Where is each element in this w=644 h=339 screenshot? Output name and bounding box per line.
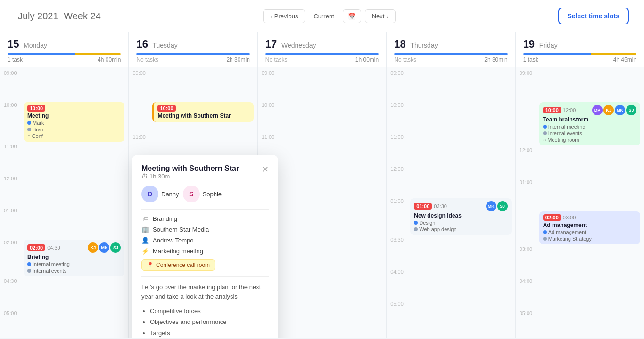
thursday-time: 2h 30min xyxy=(484,56,507,63)
monday-slot-01: 01:00 xyxy=(4,207,124,239)
time-label-11: 11:00 xyxy=(4,143,24,149)
avatar-kj: KJ xyxy=(88,242,98,253)
current-button[interactable]: Current xyxy=(309,10,339,23)
thu-time-0330: 03:30 xyxy=(390,236,410,242)
briefing-dot2 xyxy=(27,269,31,273)
time-label-10: 10:00 xyxy=(4,101,24,108)
friday-brainstorm-event[interactable]: 10:00 12:00 DP KJ MK SJ Team brainstorm xyxy=(539,102,640,145)
friday-slot-09: 09:00 xyxy=(520,69,640,101)
monday-briefing-event[interactable]: 02:00 04:30 KJ MK SJ Briefing Inter xyxy=(24,240,124,276)
fri-internal-events-label: Internal events xyxy=(548,130,582,136)
popup-attendee-danny: D Danny xyxy=(141,186,179,202)
wednesday-tasks: No tasks xyxy=(265,56,288,63)
fri-time-01: 01:00 xyxy=(520,178,539,185)
thu-dot2 xyxy=(414,227,418,231)
monday-02-content: 02:00 04:30 KJ MK SJ Briefing Inter xyxy=(24,239,124,277)
popup-attendee-sophie: S Sophie xyxy=(183,186,222,202)
tuesday-ss-title: Meeting with Southern Star xyxy=(157,113,249,119)
popup-close-button[interactable]: ✕ xyxy=(262,164,269,175)
thu-design-tag2: Web app design xyxy=(414,226,507,232)
select-time-slots-button[interactable]: Select time slots xyxy=(558,8,629,24)
popup-organizer: Andrew Tempo xyxy=(153,237,193,244)
thu-time-09: 09:00 xyxy=(390,69,410,76)
time-label-0430: 04:30 xyxy=(4,277,24,284)
thu-design-tag1: Design xyxy=(414,220,507,226)
fri-time-12: 12:00 xyxy=(520,146,539,153)
danny-name: Danny xyxy=(161,191,179,198)
friday-header: 19 Friday 1 task 4h 45min xyxy=(516,32,644,67)
tuesday-time-09: 09:00 xyxy=(132,69,152,76)
previous-button[interactable]: ‹ Previous xyxy=(263,9,305,23)
wednesday-summary: No tasks 1h 00min xyxy=(265,55,379,63)
monday-briefing-end: 04:30 xyxy=(47,245,60,250)
next-label: Next xyxy=(372,13,385,20)
chevron-left-icon: ‹ xyxy=(270,13,272,20)
next-button[interactable]: Next › xyxy=(365,9,396,23)
fri-time-10 xyxy=(520,101,539,102)
friday-number: 19 xyxy=(523,38,535,50)
tuesday-slot-09: 09:00 xyxy=(132,69,253,101)
thu-design-avatars: MK SJ xyxy=(486,201,508,211)
fri-brainstorm-badge: 10:00 xyxy=(543,107,561,113)
wednesday-slot-04: 04:00 xyxy=(262,293,382,325)
time-label-01: 01:00 xyxy=(4,207,24,213)
wednesday-slot-09: 09:00 xyxy=(262,69,382,101)
thursday-slot-10: 10:00 xyxy=(390,101,511,133)
popup-header: Meeting with Southern Star ⏱ 1h 30m ✕ xyxy=(141,164,269,180)
danny-avatar: D xyxy=(141,186,158,202)
avatar-mk-fri: MK xyxy=(615,105,625,115)
event-popup: Meeting with Southern Star ⏱ 1h 30m ✕ D … xyxy=(132,155,278,338)
popup-title: Meeting with Southern Star xyxy=(141,164,239,173)
calendar-icon-button[interactable]: 📅 xyxy=(343,9,361,23)
tuesday-time-11: 11:00 xyxy=(132,133,152,140)
monday-slot-0430: 04:30 xyxy=(4,277,124,309)
fri-brainstorm-end: 12:00 xyxy=(563,107,576,113)
monday-meeting-event[interactable]: 10:00 Meeting Mark Bran ○ Conf xyxy=(24,102,124,142)
monday-slot-12: 12:00 xyxy=(4,175,124,207)
fri-brainstorm-tag2: Internal events xyxy=(543,130,636,136)
thursday-slot-01: 01:00 01:00 03:30 MK SJ New de xyxy=(390,197,511,236)
thursday-design-event[interactable]: 01:00 03:30 MK SJ New design ideas Desig… xyxy=(410,198,511,235)
location-icon: 📍 xyxy=(147,262,154,268)
thursday-slot-11: 11:00 xyxy=(390,133,511,165)
friday-day-info: 19 Friday xyxy=(523,38,636,50)
friday-ad-event[interactable]: 02:00 03:00 Ad management Ad management … xyxy=(539,211,640,244)
friday-body: 09:00 10:00 12:00 DP KJ xyxy=(516,67,644,338)
thu-time-12: 12:00 xyxy=(390,165,410,172)
fri-ad-dot1 xyxy=(543,230,547,234)
thu-time-11: 11:00 xyxy=(390,133,410,140)
fri-ad-badge: 02:00 xyxy=(543,214,561,221)
tuesday-slot-10: 10:00 Meeting with Southern Star xyxy=(132,101,253,133)
monday-briefing-tag2: Internal events xyxy=(27,268,121,274)
wednesday-name: Wednesday xyxy=(281,41,316,49)
time-label-12: 12:00 xyxy=(4,175,24,181)
thu-design-end: 03:30 xyxy=(434,203,447,209)
fri-time-05: 05:00 xyxy=(520,309,539,316)
agenda-item-2: Objectives and performance xyxy=(150,316,269,327)
building-icon: 🏢 xyxy=(141,226,149,233)
tuesday-southern-star-event[interactable]: 10:00 Meeting with Southern Star xyxy=(152,102,253,122)
fri-brainstorm-title: Team brainstorm xyxy=(543,116,636,123)
thursday-summary: No tasks 2h 30min xyxy=(394,55,507,63)
popup-agenda-list: Competitive forces Objectives and perfor… xyxy=(141,306,269,338)
thursday-slot-0330: 03:30 xyxy=(390,236,511,268)
wed-time-11: 11:00 xyxy=(262,133,281,140)
fri-time-09: 09:00 xyxy=(520,69,539,76)
sophie-name: Sophie xyxy=(203,191,222,198)
thursday-tasks: No tasks xyxy=(394,56,416,63)
flash-icon: ⚡ xyxy=(141,248,149,255)
month-year: July 2021 xyxy=(18,11,58,21)
popup-duration-value: 1h 30m xyxy=(149,173,170,180)
avatar-mk: MK xyxy=(99,242,109,253)
time-label-09: 09:00 xyxy=(4,69,24,76)
monday-briefing-badge: 02:00 xyxy=(27,244,45,251)
friday-name: Friday xyxy=(539,41,558,49)
fri-ad-tag2: Marketing Strategy xyxy=(543,236,636,242)
fri-time-02 xyxy=(520,210,539,211)
monday-tag-dot1 xyxy=(27,121,31,125)
popup-card: Meeting with Southern Star ⏱ 1h 30m ✕ D … xyxy=(132,155,278,338)
popup-location-field: 📍 Conference call room xyxy=(141,259,269,271)
previous-label: Previous xyxy=(274,13,298,20)
tuesday-number: 16 xyxy=(136,38,148,50)
popup-attendees: D Danny S Sophie xyxy=(141,186,269,202)
